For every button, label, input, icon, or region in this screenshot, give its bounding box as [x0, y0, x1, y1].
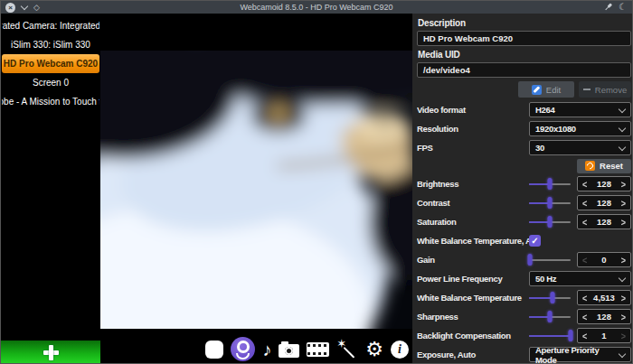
- photo-icon[interactable]: [279, 341, 299, 358]
- slider-thumb[interactable]: [569, 330, 573, 341]
- dropdown-fps[interactable]: 30: [529, 140, 631, 155]
- slider-thumb[interactable]: [548, 216, 553, 228]
- spin-decrement-button[interactable]: <: [582, 311, 587, 322]
- window-title: Webcamoid 8.5.0 - HD Pro Webcam C920: [240, 3, 392, 12]
- spin-value: 128: [597, 179, 611, 189]
- dropdown-exposure-auto[interactable]: Aperture Priority Mode: [529, 347, 631, 362]
- spinbox[interactable]: <128>: [577, 195, 631, 210]
- edit-button[interactable]: Edit: [518, 81, 574, 98]
- settings-icon[interactable]: ⚙: [365, 339, 383, 360]
- camera-list-item-label: HD Pro Webcam C920: [4, 59, 98, 69]
- slider-white-balance-temperature[interactable]: [529, 292, 571, 303]
- slider-contrast[interactable]: [529, 197, 571, 209]
- spin-decrement-button[interactable]: <: [582, 216, 587, 228]
- spinbox[interactable]: <1>: [577, 328, 631, 343]
- slider-brightness[interactable]: [529, 178, 571, 190]
- setting-control: 30: [529, 140, 631, 155]
- webcam-icon[interactable]: [231, 337, 255, 361]
- spin-increment-button[interactable]: >: [621, 311, 626, 322]
- setting-label: Contrast: [417, 198, 529, 208]
- slider-backlight-compensation[interactable]: [529, 330, 571, 341]
- spinbox[interactable]: <0>: [577, 252, 631, 267]
- spin-increment-button[interactable]: >: [621, 178, 626, 190]
- spinbox[interactable]: <4,513>: [577, 290, 631, 305]
- setting-label: Saturation: [417, 217, 529, 227]
- shade-window-icon[interactable]: [21, 2, 28, 9]
- chevron-down-icon: [619, 143, 626, 150]
- maximize-icon[interactable]: ◇: [33, 3, 40, 13]
- spin-increment-button[interactable]: >: [621, 292, 626, 303]
- setting-control: Aperture Priority Mode: [529, 347, 631, 362]
- setting-control: H264: [529, 102, 631, 117]
- spin-decrement-button[interactable]: <: [582, 292, 587, 303]
- video-icon[interactable]: [307, 342, 329, 357]
- slider-saturation[interactable]: [529, 216, 571, 228]
- pin-icon[interactable]: [602, 1, 614, 13]
- spin-value: 4,513: [593, 293, 615, 303]
- spinbox[interactable]: <128>: [577, 176, 631, 191]
- setting-control: 1920x1080: [529, 121, 631, 136]
- checkbox-white-balance-temperature-auto[interactable]: ✓: [529, 235, 541, 247]
- slider-thumb[interactable]: [548, 197, 553, 209]
- slider-thumb[interactable]: [548, 178, 553, 190]
- stop-icon[interactable]: [205, 341, 223, 359]
- slider-thumb[interactable]: [550, 292, 554, 303]
- setting-control: ✓: [529, 235, 631, 247]
- camera-list-item-islim-330-islim-330[interactable]: iSlim 330: iSlim 330: [2, 35, 99, 54]
- camera-list: Integrated Camera: Integrated CamiSlim 3…: [1, 14, 100, 341]
- setting-row-video-format: Video formatH264: [417, 100, 631, 119]
- slider-gain[interactable]: [529, 254, 571, 266]
- slider-thumb[interactable]: [548, 311, 553, 322]
- slider-thumb[interactable]: [528, 254, 533, 266]
- setting-label: Brightness: [417, 179, 529, 189]
- spin-decrement-button: <: [582, 254, 587, 266]
- dropdown-value: 1920x1080: [535, 124, 576, 134]
- close-icon[interactable]: ×: [5, 3, 15, 13]
- webcam-frame-eagle: [100, 51, 412, 329]
- setting-label: Video format: [417, 105, 529, 115]
- setting-row-exposure-auto: Exposure, AutoAperture Priority Mode: [417, 345, 631, 364]
- spinbox[interactable]: <128>: [577, 214, 631, 229]
- camera-list-item-screen-0[interactable]: Screen 0: [2, 73, 99, 92]
- camera-list-item-integrated-camera-integrated-cam[interactable]: Integrated Camera: Integrated Cam: [2, 16, 99, 35]
- spinbox[interactable]: <128>: [577, 309, 631, 324]
- description-input[interactable]: HD Pro Webcam C920: [417, 31, 631, 46]
- setting-control: <4,513>: [529, 290, 631, 305]
- webcamoid-window: × ◇ Webcamoid 8.5.0 - HD Pro Webcam C920…: [0, 0, 633, 364]
- setting-control: <128>: [529, 195, 631, 210]
- spin-decrement-button[interactable]: <: [582, 178, 587, 190]
- spin-increment-button[interactable]: >: [621, 197, 626, 209]
- reset-button[interactable]: Reset: [577, 159, 631, 173]
- camera-list-item-probe-a-mission-to-touch-the[interactable]: Probe - A Mission to Touch the: [2, 92, 99, 111]
- effects-icon[interactable]: ✶: [336, 339, 358, 360]
- spin-increment-button[interactable]: >: [621, 216, 626, 228]
- chevron-down-icon: [619, 350, 626, 357]
- setting-row-white-balance-temperature: White Balance Temperature<4,513>: [417, 288, 631, 307]
- spin-decrement-button[interactable]: <: [582, 330, 587, 341]
- about-icon[interactable]: i: [391, 341, 409, 359]
- titlebar: × ◇ Webcamoid 8.5.0 - HD Pro Webcam C920…: [1, 1, 632, 14]
- description-label: Description: [418, 18, 631, 28]
- camera-list-item-hd-pro-webcam-c920[interactable]: HD Pro Webcam C920: [2, 54, 99, 73]
- remove-button[interactable]: Remove: [579, 81, 631, 98]
- spin-decrement-button[interactable]: <: [582, 197, 587, 209]
- setting-row-resolution: Resolution1920x1080: [417, 119, 631, 138]
- spin-value: 128: [597, 312, 611, 322]
- moon-icon[interactable]: ☾: [619, 2, 627, 13]
- dropdown-video-format[interactable]: H264: [529, 102, 631, 117]
- camera-list-item-label: Probe - A Mission to Touch the: [2, 97, 99, 107]
- add-media-button[interactable]: [1, 341, 100, 364]
- camera-list-item-label: Screen 0: [33, 78, 69, 88]
- setting-label: Resolution: [417, 124, 529, 134]
- setting-label: Power Line Frequency: [417, 274, 529, 284]
- spin-value: 128: [597, 217, 611, 227]
- spin-increment-button[interactable]: >: [621, 254, 626, 266]
- settings-panel: Description HD Pro Webcam C920 Media UID…: [412, 14, 633, 364]
- spin-value: 0: [601, 255, 606, 265]
- audio-icon[interactable]: ♪: [262, 340, 271, 359]
- dropdown-power-line-frequency[interactable]: 50 Hz: [529, 271, 631, 286]
- slider-sharpness[interactable]: [529, 311, 571, 322]
- dropdown-value: 50 Hz: [535, 274, 556, 284]
- media-uid-input[interactable]: /dev/video4: [417, 62, 631, 78]
- dropdown-resolution[interactable]: 1920x1080: [529, 121, 631, 136]
